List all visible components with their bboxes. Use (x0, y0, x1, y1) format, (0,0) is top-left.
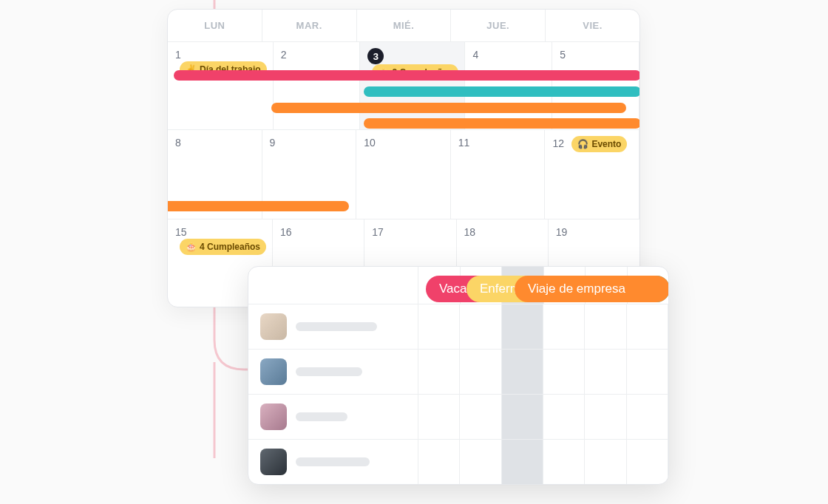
today-badge: 3 (367, 48, 384, 64)
day-header-wed: MIÉ. (357, 10, 452, 41)
day-number: 4 (472, 49, 478, 61)
event-bar-teal[interactable] (364, 86, 640, 97)
calendar-cell[interactable]: 1 ✌️ Día del trabajo (168, 42, 274, 129)
day-header-mon: LUN (168, 10, 262, 41)
team-row: Vacaciones (248, 304, 668, 350)
team-person[interactable] (248, 350, 418, 394)
event-bar-orange[interactable] (364, 118, 640, 129)
team-cell[interactable] (502, 350, 543, 394)
team-cell[interactable] (418, 395, 460, 439)
calendar-cell[interactable]: 3 🎂 2 Cumpleaños (360, 42, 465, 129)
team-person[interactable] (248, 395, 418, 439)
team-cell[interactable] (460, 350, 501, 394)
team-cell[interactable] (585, 350, 626, 394)
team-cell[interactable] (627, 395, 668, 439)
avatar (260, 313, 287, 340)
team-cell[interactable] (585, 440, 626, 484)
name-placeholder (296, 322, 377, 331)
headphones-icon: 🎧 (577, 139, 588, 149)
team-cell[interactable] (627, 440, 668, 484)
team-cell[interactable] (418, 304, 460, 349)
event-bar-orange[interactable] (168, 201, 349, 211)
name-placeholder (296, 457, 370, 466)
day-number: 16 (280, 226, 292, 238)
calendar-week-1: 1 ✌️ Día del trabajo 2 3 🎂 2 Cumpleaños … (168, 42, 639, 130)
day-number: 19 (556, 226, 568, 238)
day-number: 12 (552, 137, 564, 149)
cake-icon: 🎂 (186, 242, 197, 252)
calendar-cell[interactable]: 12 🎧 Evento (545, 130, 639, 219)
day-number: 11 (458, 137, 470, 149)
team-cell[interactable] (502, 440, 543, 484)
day-number: 17 (372, 226, 384, 238)
calendar-day-headers: LUN MAR. MIÉ. JUE. VIE. (168, 10, 639, 42)
team-row: Viaje de empresa (248, 440, 668, 484)
team-cell[interactable] (585, 304, 626, 349)
day-header-fri: VIE. (546, 10, 639, 41)
team-cell[interactable] (627, 304, 668, 349)
team-cell[interactable] (585, 395, 626, 439)
team-cell[interactable] (502, 304, 543, 349)
name-placeholder (296, 367, 362, 376)
team-cell[interactable] (460, 304, 501, 349)
month-calendar-card: LUN MAR. MIÉ. JUE. VIE. 1 ✌️ Día del tra… (167, 9, 640, 307)
team-row: Trabajo en remoto (248, 350, 668, 395)
team-name-header (248, 267, 418, 304)
team-cell[interactable] (418, 350, 460, 394)
day-number: 8 (175, 137, 181, 149)
calendar-week-2: 8 9 10 11 12 🎧 Evento (168, 130, 639, 219)
team-row: Enfermedad (248, 395, 668, 440)
day-header-thu: JUE. (451, 10, 546, 41)
team-person[interactable] (248, 304, 418, 349)
team-cell[interactable] (627, 350, 668, 394)
team-cell[interactable] (543, 440, 585, 484)
day-header-tue: MAR. (262, 10, 357, 41)
team-cell[interactable] (543, 350, 585, 394)
chip-evento[interactable]: 🎧 Evento (571, 136, 627, 152)
chip-4-cumpleanos[interactable]: 🎂 4 Cumpleaños (180, 239, 266, 255)
calendar-cell[interactable]: 5 (552, 42, 639, 129)
team-schedule-card: 1 2 3 4 5 6 Vacaciones Traba (248, 266, 669, 485)
day-number: 9 (270, 137, 276, 149)
event-bar-orange[interactable] (271, 103, 626, 113)
calendar-cell[interactable]: 4 (465, 42, 552, 129)
team-cell[interactable] (460, 395, 501, 439)
day-number: 1 (175, 49, 181, 61)
team-cell[interactable] (543, 304, 585, 349)
calendar-cell[interactable]: 2 (274, 42, 361, 129)
team-cell[interactable] (502, 395, 543, 439)
calendar-cell[interactable]: 10 (356, 130, 451, 219)
day-number: 18 (464, 226, 476, 238)
day-number: 10 (364, 137, 376, 149)
calendar-cell[interactable]: 11 (451, 130, 546, 219)
chip-label: 4 Cumpleaños (200, 242, 260, 252)
team-cell[interactable] (543, 395, 585, 439)
day-number: 2 (281, 49, 287, 61)
absence-pill-viaje[interactable]: Viaje de empresa (515, 276, 669, 302)
avatar (260, 449, 287, 475)
pill-label: Viaje de empresa (528, 282, 625, 296)
avatar (260, 403, 287, 430)
team-person[interactable] (248, 440, 418, 484)
day-number: 15 (175, 226, 187, 238)
team-cell[interactable] (460, 440, 501, 484)
chip-label: Evento (591, 139, 621, 149)
day-number: 5 (560, 49, 566, 61)
event-bar-pink[interactable] (174, 70, 640, 81)
team-cell[interactable] (418, 440, 460, 484)
name-placeholder (296, 412, 347, 421)
avatar (260, 358, 287, 385)
